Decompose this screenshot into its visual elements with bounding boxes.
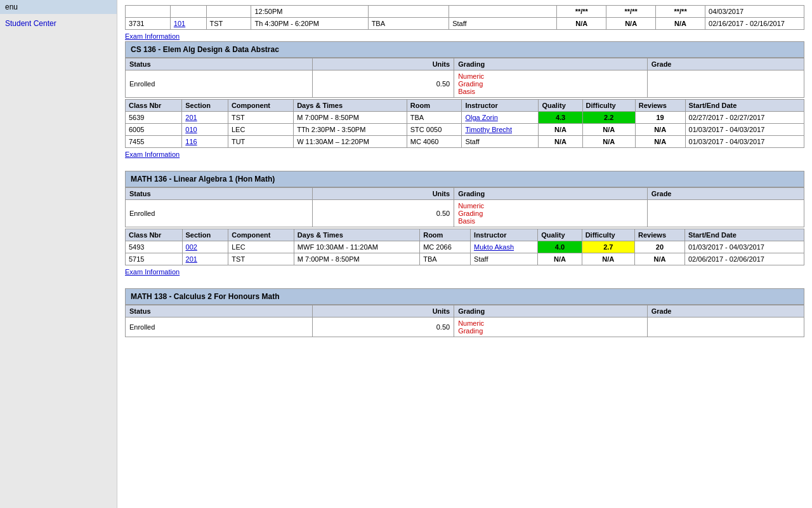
- section-cell[interactable]: 010: [182, 124, 228, 136]
- component-cell: TST: [228, 112, 293, 124]
- status-col-header: Status: [126, 58, 313, 70]
- reviews-cell: 19: [635, 112, 685, 124]
- prior-row-instructor: Staff: [449, 18, 557, 30]
- status-header-row-math136: Status Units Grading Grade: [126, 188, 804, 200]
- col-room-math136: Room: [420, 229, 471, 241]
- prior-row-days: Th 4:30PM - 6:20PM: [251, 18, 368, 30]
- component-cell: LEC: [228, 241, 294, 253]
- exam-info-link-cs136[interactable]: Exam Information: [125, 150, 804, 158]
- section-cell[interactable]: 116: [182, 136, 228, 148]
- prior-row-reviews: N/A: [656, 18, 705, 30]
- prior-partial-table: 12:50PM **/** **/** **/** 04/03/2017 373…: [125, 5, 804, 30]
- status-table-math138: Status Units Grading Grade Enrolled 0.50…: [125, 305, 804, 337]
- col-quality-math136: Quality: [538, 229, 582, 241]
- instructor-cell[interactable]: Mukto Akash: [471, 241, 538, 253]
- section-cell[interactable]: 201: [182, 112, 228, 124]
- col-section-cs136: Section: [182, 100, 228, 112]
- prior-partial-class: [126, 6, 171, 18]
- grade-value-math136: [647, 200, 804, 227]
- prior-partial-startend: 04/03/2017: [705, 6, 804, 18]
- exam-info-link-prior[interactable]: Exam Information: [125, 32, 804, 40]
- startend-cell: 01/03/2017 - 04/03/2017: [685, 136, 804, 148]
- component-cell: LEC: [228, 124, 293, 136]
- class-nbr-cell: 5493: [126, 241, 183, 253]
- status-data-row-math138: Enrolled 0.50 Numeric Grading: [126, 318, 804, 337]
- prior-partial-quality: **/**: [557, 6, 606, 18]
- grading-value-math138: Numeric Grading: [454, 318, 648, 337]
- days-cell: M 7:00PM - 8:50PM: [294, 253, 419, 265]
- col-component-cs136: Component: [228, 100, 293, 112]
- col-days-cs136: Days & Times: [294, 100, 407, 112]
- prior-row-class-nbr: 3731: [126, 18, 171, 30]
- col-reviews-cs136: Reviews: [635, 100, 685, 112]
- prior-row-room: TBA: [368, 18, 449, 30]
- prior-row-component: TST: [206, 18, 251, 30]
- quality-cell: N/A: [539, 136, 582, 148]
- class-header-row-cs136: Class Nbr Section Component Days & Times…: [126, 100, 804, 112]
- grading-value-math136: Numeric Grading Basis: [454, 200, 648, 227]
- instructor-cell: Staff: [471, 253, 538, 265]
- table-row: 5493 002 LEC MWF 10:30AM - 11:20AM MC 20…: [126, 241, 804, 253]
- prior-partial-days: 12:50PM: [251, 6, 368, 18]
- col-instructor-cs136: Instructor: [462, 100, 539, 112]
- prior-partial-component: [206, 6, 251, 18]
- class-nbr-cell: 6005: [126, 124, 182, 136]
- units-value-cs136: 0.50: [312, 70, 454, 98]
- section-cell[interactable]: 002: [182, 241, 228, 253]
- instructor-cell[interactable]: Timothy Brecht: [462, 124, 539, 136]
- col-instructor-math136: Instructor: [471, 229, 538, 241]
- sidebar: enu Student Center: [0, 0, 117, 508]
- class-table-math136: Class Nbr Section Component Days & Times…: [125, 229, 804, 265]
- prior-partial-difficulty: **/**: [606, 6, 656, 18]
- table-row: 12:50PM **/** **/** **/** 04/03/2017: [126, 6, 804, 18]
- sidebar-student-center[interactable]: Student Center: [0, 14, 117, 33]
- col-days-math136: Days & Times: [294, 229, 419, 241]
- component-cell: TST: [228, 253, 294, 265]
- days-cell: TTh 2:30PM - 3:50PM: [294, 124, 407, 136]
- section-cell[interactable]: 201: [182, 253, 228, 265]
- col-difficulty-math136: Difficulty: [582, 229, 634, 241]
- quality-cell: N/A: [539, 124, 582, 136]
- col-room-cs136: Room: [407, 100, 462, 112]
- col-quality-cs136: Quality: [539, 100, 582, 112]
- course-block-math138: MATH 138 - Calculus 2 For Honours Math S…: [125, 288, 804, 337]
- grade-value-cs136: [647, 70, 804, 98]
- startend-cell: 02/27/2017 - 02/27/2017: [685, 112, 804, 124]
- grade-col-header-math138: Grade: [647, 305, 804, 318]
- col-reviews-math136: Reviews: [634, 229, 684, 241]
- units-col-header-math136: Units: [312, 188, 454, 200]
- col-startend-cs136: Start/End Date: [685, 100, 804, 112]
- days-cell: M 7:00PM - 8:50PM: [294, 112, 407, 124]
- status-value-cs136: Enrolled: [126, 70, 313, 98]
- exam-info-link-math136[interactable]: Exam Information: [125, 268, 804, 276]
- col-class-nbr-math136: Class Nbr: [126, 229, 183, 241]
- col-startend-math136: Start/End Date: [684, 229, 804, 241]
- prior-partial-section: [170, 6, 206, 18]
- reviews-cell: N/A: [635, 136, 685, 148]
- grading-value-cs136: Numeric Grading Basis: [454, 70, 648, 98]
- units-col-header: Units: [312, 58, 454, 70]
- col-component-math136: Component: [228, 229, 294, 241]
- instructor-cell[interactable]: Olga Zorin: [462, 112, 539, 124]
- startend-cell: 01/03/2017 - 04/03/2017: [684, 241, 804, 253]
- prior-row-quality: N/A: [557, 18, 606, 30]
- grading-col-header: Grading: [454, 58, 648, 70]
- units-col-header-math138: Units: [312, 305, 454, 318]
- room-cell: MC 2066: [420, 241, 471, 253]
- col-section-math136: Section: [182, 229, 228, 241]
- prior-partial-reviews: **/**: [656, 6, 705, 18]
- course-title-cs136: CS 136 - Elem Alg Design & Data Abstrac: [125, 41, 804, 58]
- class-table-cs136: Class Nbr Section Component Days & Times…: [125, 99, 804, 148]
- difficulty-cell: N/A: [582, 253, 634, 265]
- prior-row-section[interactable]: 101: [170, 18, 206, 30]
- status-col-header-math136: Status: [126, 188, 313, 200]
- table-row: 7455 116 TUT W 11:30AM – 12:20PM MC 4060…: [126, 136, 804, 148]
- class-nbr-cell: 7455: [126, 136, 182, 148]
- grade-col-header-math136: Grade: [647, 188, 804, 200]
- quality-cell: 4.0: [538, 241, 582, 253]
- status-table-math136: Status Units Grading Grade Enrolled 0.50…: [125, 187, 804, 227]
- status-value-math138: Enrolled: [126, 318, 313, 337]
- status-table-cs136: Status Units Grading Grade Enrolled 0.50…: [125, 58, 804, 98]
- status-col-header-math138: Status: [126, 305, 313, 318]
- units-value-math136: 0.50: [312, 200, 454, 227]
